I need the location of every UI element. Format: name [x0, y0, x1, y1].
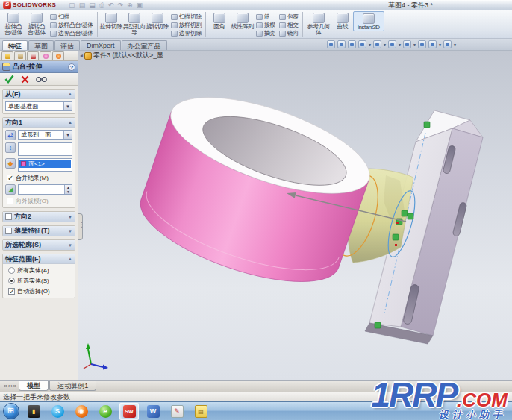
revolved-boss-base-button[interactable]: 旋转凸台/基体 [25, 11, 48, 36]
section-view-icon[interactable] [358, 40, 366, 48]
swept-cut-button[interactable]: 扫描切除 [169, 13, 203, 21]
draft-button[interactable]: 拔模 [255, 21, 277, 29]
hole-wizard-button[interactable]: 异型孔向导 [123, 11, 146, 36]
display-style-icon[interactable] [388, 40, 396, 48]
tab-featuremanager-tree[interactable] [1, 51, 13, 60]
graphics-area[interactable]: ◂ 零件3 (默认<<默认>_显... [78, 51, 512, 380]
previous-view-icon[interactable] [348, 40, 356, 48]
panel-splitter-handle[interactable] [78, 213, 83, 240]
dropdown-arrow-icon[interactable]: ▼ [63, 102, 72, 110]
zoom-to-area-icon[interactable] [337, 40, 346, 48]
mirror-button[interactable]: 镜向 [278, 29, 300, 37]
tab-office-products[interactable]: 办公室产品 [122, 40, 167, 50]
scroll-first-icon[interactable]: « [4, 383, 7, 389]
detailed-preview-button[interactable] [36, 76, 47, 83]
section-feature-scope-header[interactable]: 特征范围(F) ▲ [3, 254, 75, 264]
scroll-prev-icon[interactable]: ‹ [7, 383, 10, 389]
tab-features[interactable]: 特征 [2, 40, 28, 50]
curves-button[interactable]: 曲线 [333, 11, 352, 30]
section-from-header[interactable]: 从(F) ▲ [3, 90, 75, 99]
from-dropdown[interactable]: 草图基准面 ▼ [5, 101, 72, 111]
taskbar-solidworks[interactable]: SW [119, 403, 139, 420]
view-settings-icon[interactable] [443, 40, 452, 48]
swept-boss-button[interactable]: 扫描 [49, 13, 95, 21]
scroll-next-icon[interactable]: › [10, 383, 13, 389]
boundary-cut-button[interactable]: 边界切除 [169, 29, 203, 37]
linear-pattern-button[interactable]: 线性阵列 [231, 11, 254, 30]
section-thin-feature-header[interactable]: 薄壁特征(T) ▼ [3, 226, 75, 236]
auto-select-checkbox[interactable]: 自动选择(O) [7, 287, 72, 295]
model-3d-view[interactable] [78, 51, 510, 380]
direction-reference-box[interactable] [18, 142, 72, 156]
rebuild-icon[interactable]: ⊕ [127, 1, 133, 9]
spinner-arrows-icon[interactable]: ▲▼ [64, 185, 72, 194]
all-bodies-radio[interactable]: 所有实体(A) [7, 266, 72, 275]
help-button[interactable]: ? [68, 63, 75, 71]
cancel-button[interactable] [21, 75, 29, 84]
shell-button[interactable]: 抽壳 [255, 29, 277, 37]
checkbox-icon[interactable] [5, 213, 12, 220]
tab-motion-study-1[interactable]: 运动算例1 [49, 381, 96, 391]
lofted-cut-button[interactable]: 放样切割 [169, 21, 203, 29]
dropdown-arrow-icon[interactable]: ▾ [369, 42, 371, 47]
checkbox-icon[interactable] [5, 228, 12, 234]
scroll-last-icon[interactable]: » [13, 383, 16, 389]
tab-configurationmanager[interactable] [27, 51, 39, 60]
intersect-button[interactable]: 相交 [278, 21, 300, 29]
flyout-collapse-icon[interactable]: ◂ [80, 52, 83, 59]
draft-angle-icon[interactable]: ◢ [5, 184, 16, 195]
view-orientation-icon[interactable] [373, 40, 381, 48]
section-selected-contours-header[interactable]: 所选轮廓(S) ▼ [3, 240, 75, 250]
redo-icon[interactable]: ↷ [117, 1, 123, 9]
tab-dimxpert[interactable]: DimXpert [81, 40, 121, 50]
flyout-featuremanager-tree[interactable]: ◂ 零件3 (默认<<默认>_显... [80, 51, 169, 60]
section-direction1-header[interactable]: 方向1 ▲ [3, 118, 75, 128]
taskbar-word[interactable]: W [143, 403, 163, 420]
taskbar-notepad[interactable]: ▤ [191, 403, 210, 420]
instant3d-button[interactable]: Instant3D [353, 11, 384, 31]
taskbar-media-app[interactable]: ▮ [24, 403, 43, 420]
merge-result-checkbox[interactable]: 合并结果(M) [5, 174, 72, 182]
taskbar-browser[interactable]: e [96, 403, 115, 420]
tab-model[interactable]: 模型 [19, 381, 49, 391]
boss-cylinder[interactable] [129, 78, 381, 301]
boundary-boss-button[interactable]: 边界凸台/基体 [49, 29, 95, 37]
dropdown-arrow-icon[interactable]: ▼ [63, 131, 72, 139]
reference-geometry-button[interactable]: 参考几何体 [305, 11, 332, 36]
end-condition-dropdown[interactable]: 成形到一面 ▼ [18, 130, 72, 140]
undo-icon[interactable]: ↶ [108, 1, 114, 9]
tab-dimxpertmanager[interactable] [40, 51, 51, 60]
face-selection-list[interactable]: 面<1> [18, 158, 72, 172]
draft-angle-spinner[interactable]: ▲▼ [18, 184, 72, 195]
save-icon[interactable]: ⬓ [89, 1, 96, 9]
taskbar-skype[interactable]: S [48, 403, 67, 420]
extruded-boss-base-button[interactable]: 拉伸凸台/基体 [2, 11, 25, 36]
tab-sketch[interactable]: 草图 [28, 40, 54, 50]
rib-button[interactable]: 筋 [255, 13, 277, 21]
tab-displaymanager[interactable] [52, 51, 64, 60]
new-document-icon[interactable]: ▢ [69, 1, 75, 9]
tab-propertymanager[interactable] [14, 51, 26, 60]
revolved-cut-button[interactable]: 旋转切除 [146, 11, 169, 30]
extruded-cut-button[interactable]: 拉伸切除 [100, 11, 122, 30]
dropdown-arrow-icon[interactable]: ▾ [439, 42, 441, 47]
draft-outward-checkbox[interactable]: 向外拔模(O) [5, 197, 72, 205]
section-direction2-header[interactable]: 方向2 ▼ [3, 212, 75, 222]
options-icon[interactable]: ▣ [137, 1, 143, 9]
apply-scene-icon[interactable] [428, 40, 437, 48]
print-icon[interactable]: ⎙ [99, 1, 104, 9]
wrap-button[interactable]: 包覆 [278, 13, 300, 21]
dropdown-arrow-icon[interactable]: ▾ [454, 42, 456, 47]
taskbar-paint-tool[interactable]: ✎ [167, 403, 187, 420]
reverse-direction-icon[interactable]: ⇄ [5, 130, 16, 140]
windows-start-button[interactable] [3, 403, 19, 419]
fillet-button[interactable]: 圆角 [208, 11, 231, 30]
dropdown-arrow-icon[interactable]: ▾ [413, 42, 416, 47]
selected-bodies-radio[interactable]: 所选实体(S) [7, 277, 72, 285]
taskbar-security-app[interactable]: ◉ [72, 403, 91, 420]
dropdown-arrow-icon[interactable]: ▾ [399, 42, 401, 47]
hide-show-items-icon[interactable] [403, 40, 411, 48]
edit-appearance-icon[interactable] [418, 40, 426, 48]
tab-evaluate[interactable]: 评估 [54, 40, 80, 50]
zoom-to-fit-icon[interactable] [327, 40, 335, 48]
